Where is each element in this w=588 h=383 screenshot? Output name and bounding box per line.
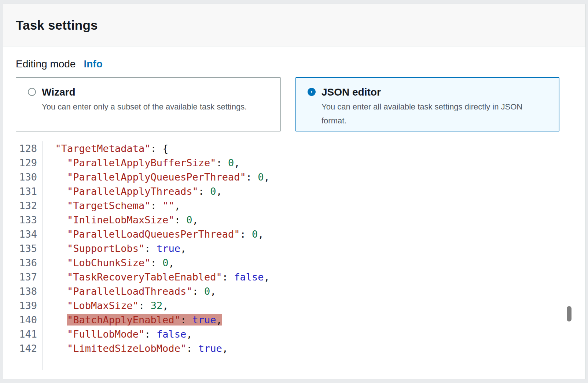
line-number: 141: [16, 327, 43, 341]
code-line[interactable]: 139 "LobMaxSize": 32,: [16, 298, 573, 313]
editing-mode-row: Editing mode Info: [16, 58, 573, 72]
line-number: 142: [16, 341, 43, 356]
line-number: 134: [16, 227, 43, 241]
code-line-text: "SupportLobs": true,: [43, 241, 186, 256]
code-line[interactable]: 136 "LobChunkSize": 0,: [16, 256, 573, 270]
json-editor-option-description: You can enter all available task setting…: [321, 100, 549, 128]
code-line-text: "TargetSchema": "",: [43, 198, 180, 213]
json-editor-option-label: JSON editor: [321, 85, 549, 99]
code-line[interactable]: 138 "ParallelLoadThreads": 0,: [16, 284, 573, 298]
editing-mode-option-json-editor[interactable]: JSON editor You can enter all available …: [295, 77, 559, 131]
code-line-text: "ParallelApplyBufferSize": 0,: [43, 156, 240, 170]
line-number: 128: [16, 141, 43, 156]
code-line[interactable]: 129 "ParallelApplyBufferSize": 0,: [16, 156, 573, 170]
panel-title: Task settings: [16, 18, 98, 33]
editing-mode-label: Editing mode: [16, 58, 76, 70]
code-line-text: "FullLobMode": false,: [43, 327, 192, 341]
editing-mode-options: Wizard You can enter only a subset of th…: [16, 77, 573, 131]
wizard-option-description: You can enter only a subset of the avail…: [42, 100, 247, 114]
code-line[interactable]: 128 "TargetMetadata": {: [16, 141, 573, 156]
task-settings-panel: Task settings Editing mode Info Wizard Y…: [3, 4, 586, 379]
wizard-radio-icon[interactable]: [28, 88, 36, 96]
code-line-text: "InlineLobMaxSize": 0,: [43, 213, 198, 227]
code-line-text: "TargetMetadata": {: [43, 141, 168, 156]
code-line-text: [43, 356, 43, 370]
task-settings-code-editor[interactable]: 128 "TargetMetadata": {129 "ParallelAppl…: [16, 141, 573, 370]
line-number: 139: [16, 298, 43, 313]
code-line-text: "LimitedSizeLobMode": true,: [43, 341, 228, 356]
code-line-text: "ParallelLoadThreads": 0,: [43, 284, 216, 298]
line-number: 132: [16, 198, 43, 213]
line-number: 137: [16, 270, 43, 284]
code-line[interactable]: [16, 356, 573, 370]
json-editor-radio-icon[interactable]: [308, 88, 316, 96]
editor-scrollbar-thumb[interactable]: [567, 306, 572, 321]
code-line[interactable]: 135 "SupportLobs": true,: [16, 241, 573, 256]
panel-body: Editing mode Info Wizard You can enter o…: [3, 47, 585, 370]
code-line-text: "ParallelApplyThreads": 0,: [43, 184, 222, 198]
info-link[interactable]: Info: [84, 58, 102, 70]
line-number: 136: [16, 256, 43, 270]
line-number: 140: [16, 313, 43, 327]
code-line-text: "BatchApplyEnabled": true,: [43, 313, 222, 327]
line-number: 135: [16, 241, 43, 256]
panel-header: Task settings: [3, 4, 585, 47]
editing-mode-option-wizard[interactable]: Wizard You can enter only a subset of th…: [16, 77, 281, 131]
code-line[interactable]: 133 "InlineLobMaxSize": 0,: [16, 213, 573, 227]
code-line-text: "TaskRecoveryTableEnabled": false,: [43, 270, 270, 284]
code-line[interactable]: 134 "ParallelLoadQueuesPerThread": 0,: [16, 227, 573, 241]
line-number: 133: [16, 213, 43, 227]
line-number: 129: [16, 156, 43, 170]
code-line-text: "ParallelApplyQueuesPerThread": 0,: [43, 170, 270, 184]
line-number: [16, 356, 43, 370]
code-line[interactable]: 137 "TaskRecoveryTableEnabled": false,: [16, 270, 573, 284]
line-number: 130: [16, 170, 43, 184]
code-line-text: "ParallelLoadQueuesPerThread": 0,: [43, 227, 264, 241]
line-number: 138: [16, 284, 43, 298]
code-line-text: "LobChunkSize": 0,: [43, 256, 174, 270]
code-line[interactable]: 142 "LimitedSizeLobMode": true,: [16, 341, 573, 356]
code-line[interactable]: 140 "BatchApplyEnabled": true,: [16, 313, 573, 327]
code-line[interactable]: 132 "TargetSchema": "",: [16, 198, 573, 213]
wizard-option-label: Wizard: [42, 85, 247, 99]
code-line[interactable]: 131 "ParallelApplyThreads": 0,: [16, 184, 573, 198]
code-line-text: "LobMaxSize": 32,: [43, 298, 168, 313]
line-number: 131: [16, 184, 43, 198]
code-line[interactable]: 130 "ParallelApplyQueuesPerThread": 0,: [16, 170, 573, 184]
code-line[interactable]: 141 "FullLobMode": false,: [16, 327, 573, 341]
